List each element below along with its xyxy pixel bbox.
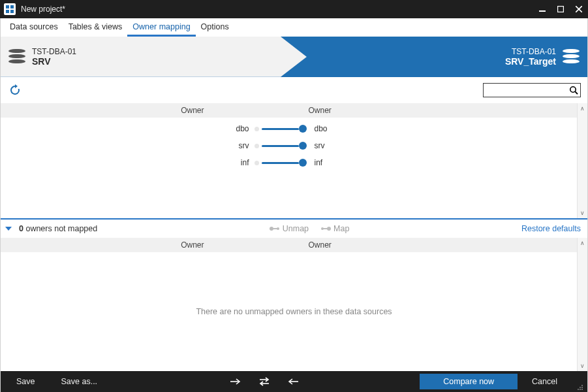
mapped-headers: Owner Owner — [1, 103, 587, 118]
search-icon[interactable] — [568, 86, 580, 95]
save-button[interactable]: Save — [5, 371, 47, 392]
unmapped-empty-text: There are no unmapped owners in these da… — [1, 252, 587, 371]
svg-rect-2 — [6, 10, 9, 13]
source-database: SRV — [32, 56, 76, 67]
compare-now-button[interactable]: Compare now — [420, 374, 518, 389]
svg-point-28 — [581, 389, 583, 390]
source-block: TST-DBA-01 SRV — [8, 37, 76, 77]
mapping-toggle[interactable] — [255, 125, 307, 133]
search-input[interactable] — [484, 86, 568, 95]
mapping-row[interactable]: srv srv — [1, 137, 577, 154]
svg-marker-12 — [5, 227, 12, 231]
svg-point-27 — [580, 389, 581, 390]
unmapped-count-label: 0 owners not mapped — [19, 224, 97, 233]
database-icon — [563, 49, 580, 65]
tab-data-sources[interactable]: Data sources — [5, 18, 63, 37]
target-owner-name: srv — [307, 141, 561, 150]
tab-tables-views[interactable]: Tables & views — [63, 18, 128, 37]
unmap-icon — [270, 225, 280, 232]
mapped-panel: Owner Owner dbo dbo srv srv inf inf ∧ ∨ — [1, 103, 587, 218]
svg-point-10 — [570, 87, 576, 92]
mapping-toggle[interactable] — [255, 142, 307, 150]
scroll-down-icon[interactable]: ∨ — [578, 361, 588, 371]
svg-point-18 — [327, 227, 331, 231]
search-box[interactable] — [483, 83, 581, 97]
svg-point-15 — [277, 227, 279, 230]
tab-options[interactable]: Options — [196, 18, 234, 37]
source-owner-name: dbo — [1, 124, 255, 133]
target-block: TST-DBA-01 SRV_Target — [505, 37, 580, 77]
footer-bar: Save Save as... Compare now Cancel — [1, 371, 587, 392]
scroll-up-icon[interactable]: ∧ — [578, 238, 588, 248]
restore-defaults-link[interactable]: Restore defaults — [521, 224, 581, 233]
unmap-button[interactable]: Unmap — [270, 224, 309, 233]
app-logo — [4, 3, 16, 15]
source-target-banner: TST-DBA-01 SRV TST-DBA-01 SRV_Target — [1, 37, 587, 77]
mapping-row[interactable]: inf inf — [1, 154, 577, 171]
scroll-up-icon[interactable]: ∧ — [578, 103, 588, 114]
svg-point-26 — [578, 389, 579, 390]
unmapped-panel: Owner Owner There are no unmapped owners… — [1, 238, 587, 371]
header-target-owner: Owner — [289, 240, 578, 250]
nav-forward-button[interactable] — [223, 371, 249, 392]
arrow-right-icon — [230, 378, 241, 385]
svg-rect-1 — [10, 5, 14, 8]
tab-strip: Data sources Tables & views Owner mappin… — [1, 18, 587, 37]
target-database: SRV_Target — [505, 56, 556, 67]
mapping-toggle[interactable] — [255, 159, 307, 167]
close-button[interactable] — [570, 0, 588, 18]
nav-swap-button[interactable] — [251, 371, 277, 392]
mapping-rows: dbo dbo srv srv inf inf — [1, 118, 587, 174]
svg-point-23 — [581, 385, 583, 386]
mapped-scrollbar[interactable]: ∧ ∨ — [577, 103, 587, 218]
svg-rect-5 — [558, 7, 564, 12]
collapse-toggle[interactable] — [5, 225, 15, 233]
unmapped-toolbar: 0 owners not mapped Unmap Map Restore de… — [1, 218, 587, 238]
titlebar: New project* — [0, 0, 588, 18]
toolbar — [1, 77, 587, 103]
map-button[interactable]: Map — [320, 224, 349, 233]
source-owner-name: inf — [1, 158, 255, 167]
resize-grip[interactable] — [572, 371, 583, 392]
save-as-button[interactable]: Save as... — [50, 371, 110, 392]
svg-line-11 — [576, 91, 578, 94]
source-owner-name: srv — [1, 141, 255, 150]
svg-rect-0 — [6, 5, 9, 8]
maximize-button[interactable] — [551, 0, 570, 18]
tab-owner-mapping[interactable]: Owner mapping — [127, 18, 195, 37]
header-source-owner: Owner — [1, 106, 289, 115]
window-title: New project* — [21, 5, 533, 14]
svg-point-25 — [581, 387, 583, 388]
header-source-owner: Owner — [1, 240, 289, 250]
scroll-down-icon[interactable]: ∨ — [578, 208, 588, 218]
refresh-button[interactable] — [7, 82, 23, 98]
mapping-row[interactable]: dbo dbo — [1, 120, 577, 137]
svg-point-24 — [580, 387, 581, 388]
source-server: TST-DBA-01 — [32, 47, 76, 56]
target-server: TST-DBA-01 — [505, 47, 556, 56]
swap-icon — [258, 377, 270, 386]
database-icon — [8, 49, 25, 65]
arrow-left-icon — [287, 378, 299, 385]
target-owner-name: inf — [307, 158, 561, 167]
header-target-owner: Owner — [289, 106, 578, 115]
nav-back-button[interactable] — [280, 371, 306, 392]
svg-rect-3 — [10, 10, 14, 13]
map-icon — [320, 225, 331, 232]
cancel-button[interactable]: Cancel — [520, 371, 569, 392]
minimize-button[interactable] — [533, 0, 551, 18]
unmapped-scrollbar[interactable]: ∧ ∨ — [577, 238, 587, 371]
svg-rect-4 — [539, 10, 546, 12]
target-owner-name: dbo — [307, 124, 561, 133]
unmapped-headers: Owner Owner — [1, 238, 587, 252]
